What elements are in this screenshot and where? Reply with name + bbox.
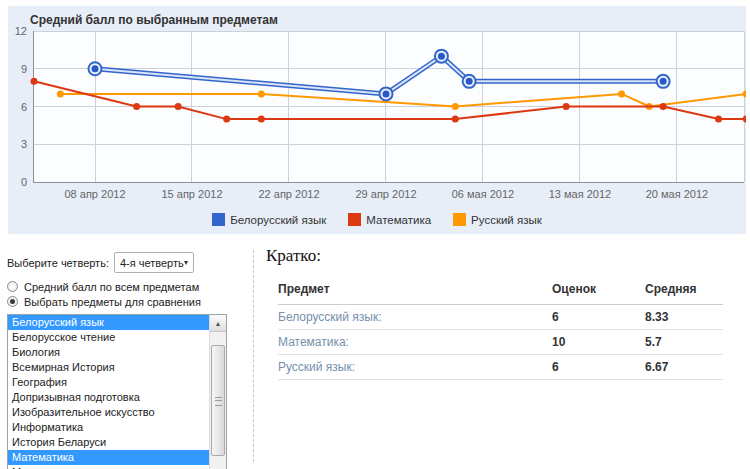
list-item[interactable]: Математика [8, 450, 226, 465]
legend-item: Белорусский язык [212, 213, 326, 226]
chart-canvas: 03691208 апр 201215 апр 201222 апр 20122… [8, 6, 746, 210]
list-item[interactable]: Изобразительное искусство [8, 405, 226, 420]
legend-item: Математика [348, 213, 431, 226]
list-item[interactable]: Информатика [8, 420, 226, 435]
chart-title: Средний балл по выбранным предметам [30, 13, 278, 27]
radio-label: Средний балл по всем предметам [24, 281, 199, 293]
svg-text:0: 0 [21, 176, 27, 188]
list-item[interactable]: Белорусский язык [8, 315, 226, 330]
subject-listbox[interactable]: Белорусский языкБелорусское чтениеБиолог… [7, 314, 227, 469]
summary-table: ПредметОценокСредняя Белорусский язык:68… [278, 282, 723, 380]
svg-text:20 мая 2012: 20 мая 2012 [646, 188, 708, 200]
legend-swatch [453, 213, 466, 226]
radio-group: Средний балл по всем предметамВыбрать пр… [7, 279, 229, 309]
svg-text:29 апр 2012: 29 апр 2012 [355, 188, 416, 200]
quarter-label: Выберите четверть: [7, 257, 109, 269]
list-item[interactable]: География [8, 375, 226, 390]
radio-option[interactable]: Выбрать предметы для сравнения [7, 294, 229, 309]
controls-panel: Выберите четверть: 4-я четверть ▾ Средни… [7, 252, 229, 469]
summary-panel: Кратко: ПредметОценокСредняя Белорусский… [266, 246, 723, 380]
radio-button-icon[interactable] [7, 296, 18, 307]
subject-list: Белорусский языкБелорусское чтениеБиолог… [8, 315, 226, 469]
page: 03691208 апр 201215 апр 201222 апр 20122… [0, 0, 750, 469]
legend-swatch [348, 213, 361, 226]
table-row: Математика:105.7 [278, 330, 723, 355]
svg-text:9: 9 [21, 63, 27, 75]
summary-title: Кратко: [266, 246, 723, 266]
table-row: Белорусский язык:68.33 [278, 305, 723, 330]
svg-text:12: 12 [15, 25, 27, 37]
up-arrow-icon: ▲ [215, 320, 222, 327]
svg-text:15 апр 2012: 15 апр 2012 [161, 188, 222, 200]
table-row: Русский язык:66.67 [278, 355, 723, 380]
list-item[interactable]: Допризывная подготовка [8, 390, 226, 405]
chevron-down-icon: ▾ [184, 259, 188, 267]
list-item[interactable]: Биология [8, 345, 226, 360]
scrollbar-thumb[interactable] [211, 345, 225, 456]
list-item[interactable]: История Беларуси [8, 435, 226, 450]
chart-widget: 03691208 апр 201215 апр 201222 апр 20122… [8, 6, 746, 234]
chart-legend: Белорусский языкМатематикаРусский язык [8, 213, 746, 226]
svg-text:06 мая 2012: 06 мая 2012 [452, 188, 514, 200]
summary-header-row: ПредметОценокСредняя [278, 282, 723, 305]
quarter-select[interactable]: 4-я четверть ▾ [114, 252, 194, 273]
list-item[interactable]: Всемирная История [8, 360, 226, 375]
legend-label: Белорусский язык [230, 214, 326, 226]
average-value: 5.7 [645, 330, 723, 355]
svg-text:3: 3 [21, 138, 27, 150]
legend-item: Русский язык [453, 213, 542, 226]
legend-label: Математика [366, 214, 431, 226]
list-item[interactable]: Медицинская подготовка [8, 465, 226, 469]
column-header: Предмет [278, 282, 552, 305]
subject-link[interactable]: Математика: [278, 330, 552, 355]
scroll-up-button[interactable]: ▲ [210, 315, 226, 332]
radio-button-icon[interactable] [7, 281, 18, 292]
legend-label: Русский язык [471, 214, 542, 226]
svg-text:6: 6 [21, 101, 27, 113]
svg-text:13 мая 2012: 13 мая 2012 [549, 188, 611, 200]
scrollbar[interactable]: ▲ [209, 315, 226, 469]
svg-text:22 апр 2012: 22 апр 2012 [258, 188, 319, 200]
column-header: Оценок [552, 282, 645, 305]
vertical-divider [253, 250, 254, 462]
average-value: 8.33 [645, 305, 723, 330]
column-header: Средняя [645, 282, 723, 305]
radio-label: Выбрать предметы для сравнения [24, 296, 201, 308]
average-value: 6.67 [645, 355, 723, 380]
subject-link[interactable]: Белорусский язык: [278, 305, 552, 330]
legend-swatch [212, 213, 225, 226]
quarter-row: Выберите четверть: 4-я четверть ▾ [7, 252, 229, 273]
radio-option[interactable]: Средний балл по всем предметам [7, 279, 229, 294]
grades-count: 6 [552, 355, 645, 380]
list-item[interactable]: Белорусское чтение [8, 330, 226, 345]
svg-text:08 апр 2012: 08 апр 2012 [64, 188, 125, 200]
quarter-select-value: 4-я четверть [120, 257, 184, 269]
subject-link[interactable]: Русский язык: [278, 355, 552, 380]
thumb-grip-icon [215, 397, 222, 406]
grades-count: 10 [552, 330, 645, 355]
grades-count: 6 [552, 305, 645, 330]
